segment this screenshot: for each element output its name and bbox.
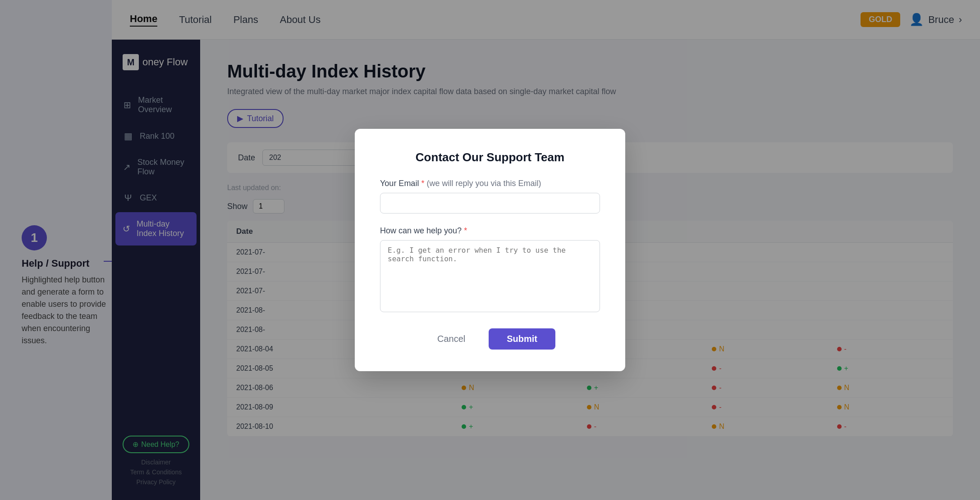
modal-actions: Cancel Submit: [380, 328, 600, 350]
modal-overlay[interactable]: Contact Our Support Team Your Email * (w…: [0, 0, 980, 500]
contact-modal: Contact Our Support Team Your Email * (w…: [355, 129, 625, 371]
modal-title: Contact Our Support Team: [380, 150, 600, 164]
email-required-marker: *: [421, 179, 424, 188]
email-input[interactable]: [380, 193, 600, 214]
email-form-group: Your Email * (we will reply you via this…: [380, 179, 600, 214]
email-label: Your Email * (we will reply you via this…: [380, 179, 600, 188]
help-required-marker: *: [464, 226, 467, 235]
help-textarea[interactable]: [380, 240, 600, 312]
submit-button[interactable]: Submit: [489, 328, 555, 350]
cancel-button[interactable]: Cancel: [425, 328, 478, 350]
email-hint: (we will reply you via this Email): [426, 179, 541, 188]
help-form-group: How can we help you? *: [380, 226, 600, 314]
help-label: How can we help you? *: [380, 226, 600, 236]
